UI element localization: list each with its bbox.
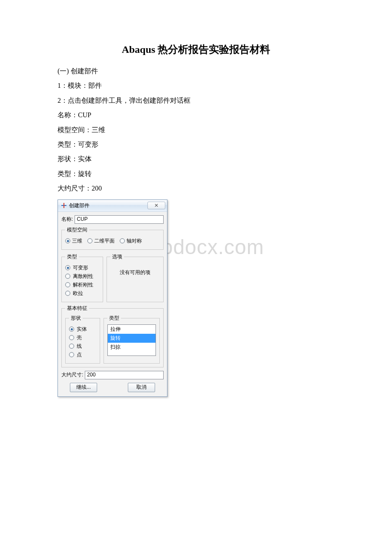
radio-discrete-rigid-label: 离散刚性: [73, 273, 93, 280]
approx-size-label: 大约尺寸:: [61, 371, 83, 379]
list-item-extrude[interactable]: 拉伸: [108, 325, 156, 334]
approx-size-input[interactable]: 200: [85, 371, 164, 379]
options-note: 没有可用的项: [110, 263, 160, 280]
name-row: 名称: CUP: [61, 215, 164, 224]
radio-wire-label: 线: [77, 343, 82, 350]
param-type: 类型：可变形: [58, 137, 334, 152]
model-space-group: 模型空间 三维 二维平面 轴对称: [61, 226, 164, 250]
app-icon: [61, 202, 67, 209]
param-subtype: 类型：旋转: [58, 167, 334, 181]
cancel-button[interactable]: 取消: [128, 383, 155, 392]
list-item-sweep[interactable]: 扫掠: [108, 343, 156, 352]
radio-eulerian-label: 欧拉: [73, 290, 83, 297]
svg-rect-1: [63, 203, 64, 208]
radio-point-label: 点: [77, 351, 82, 358]
param-model-space: 模型空间：三维: [58, 123, 334, 137]
base-feature-group: 基本特征 形状 实体 壳: [61, 305, 164, 367]
document-title: Abaqus 热分析报告实验报告材料: [58, 43, 334, 56]
dialog-titlebar[interactable]: 创建部件 ✕: [58, 200, 167, 212]
model-space-legend: 模型空间: [65, 226, 89, 234]
radio-shell[interactable]: [69, 335, 74, 340]
type-legend: 类型: [65, 253, 79, 260]
options-group: 选项 没有可用的项: [107, 253, 164, 302]
radio-3d[interactable]: [65, 238, 70, 243]
close-button[interactable]: ✕: [147, 202, 165, 209]
shape-group: 形状 实体 壳 线: [65, 315, 100, 364]
radio-2d-planar-label: 二维平面: [94, 237, 115, 245]
radio-2d-planar[interactable]: [87, 238, 92, 243]
subtype-listbox[interactable]: 拉伸 旋转 扫掠: [107, 324, 156, 356]
radio-point[interactable]: [69, 352, 74, 357]
radio-discrete-rigid[interactable]: [65, 274, 70, 279]
base-feature-legend: 基本特征: [65, 305, 89, 312]
radio-axisymmetric[interactable]: [120, 238, 125, 243]
radio-analytical-rigid[interactable]: [65, 282, 70, 287]
continue-button[interactable]: 继续...: [70, 383, 97, 392]
param-name: 名称：CUP: [58, 108, 334, 122]
step-text: 1：模块：部件: [58, 78, 334, 93]
param-approx-size: 大约尺寸：200: [58, 181, 334, 196]
radio-shell-label: 壳: [77, 334, 82, 341]
list-item-revolve[interactable]: 旋转: [108, 334, 156, 343]
type-group: 类型 可变形 离散刚性 解析刚性: [61, 253, 103, 302]
options-legend: 选项: [110, 253, 124, 260]
radio-axisymmetric-label: 轴对称: [127, 237, 142, 245]
name-label: 名称:: [61, 216, 73, 223]
radio-deformable-label: 可变形: [73, 264, 88, 272]
shape-legend: 形状: [69, 315, 83, 322]
approx-size-row: 大约尺寸: 200: [61, 371, 164, 379]
radio-solid[interactable]: [69, 327, 74, 332]
step-text: 2：点击创建部件工具，弹出创建部件对话框: [58, 93, 334, 108]
radio-solid-label: 实体: [77, 326, 87, 333]
radio-deformable[interactable]: [65, 265, 70, 270]
param-shape: 形状：实体: [58, 152, 334, 166]
subtype-legend: 类型: [107, 315, 121, 322]
create-part-dialog: 创建部件 ✕ 名称: CUP 模型空间 三维 二维平面: [58, 199, 167, 397]
radio-analytical-rigid-label: 解析刚性: [73, 281, 93, 289]
radio-wire[interactable]: [69, 344, 74, 349]
subtype-group: 类型 拉伸 旋转 扫掠: [104, 315, 160, 364]
radio-3d-label: 三维: [72, 237, 82, 245]
name-input[interactable]: CUP: [75, 215, 164, 224]
radio-eulerian[interactable]: [65, 291, 70, 296]
dialog-title: 创建部件: [69, 202, 147, 209]
section-heading: (一) 创建部件: [58, 64, 334, 78]
